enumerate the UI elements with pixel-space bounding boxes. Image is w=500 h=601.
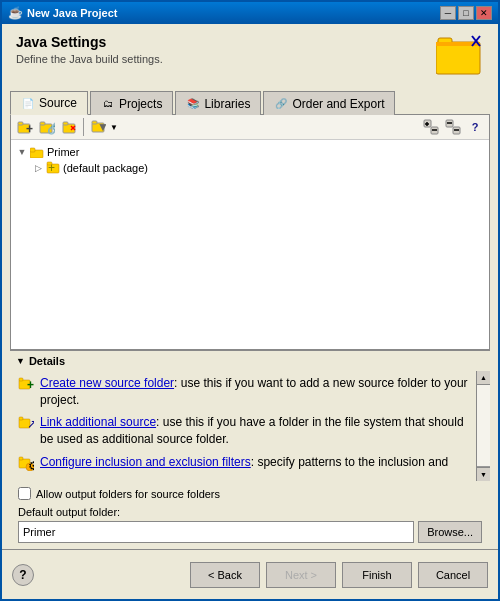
root-node-label: Primer xyxy=(47,146,79,158)
svg-rect-9 xyxy=(40,122,45,125)
details-content: + Create new source folder: use this if … xyxy=(10,371,490,481)
scroll-up-button[interactable]: ▲ xyxy=(477,371,490,385)
toolbar-separator xyxy=(83,118,84,136)
remove-icon xyxy=(61,119,77,135)
configure-filters-link[interactable]: Configure inclusion and exclusion filter… xyxy=(40,455,251,469)
tab-content: + 🔗 xyxy=(10,115,490,350)
libraries-tab-icon: 📚 xyxy=(186,97,200,111)
footer-buttons: < Back Next > Finish Cancel xyxy=(190,562,488,588)
page-title: Java Settings xyxy=(16,34,163,50)
checkbox-row: Allow output folders for source folders xyxy=(18,487,482,500)
maximize-button[interactable]: □ xyxy=(458,6,474,20)
output-folder-label: Default output folder: xyxy=(18,506,482,518)
folder-icon xyxy=(436,34,484,78)
svg-text:+: + xyxy=(26,122,33,135)
back-button[interactable]: < Back xyxy=(190,562,260,588)
scroll-down-button[interactable]: ▼ xyxy=(477,467,490,481)
footer-left: ? xyxy=(12,564,34,586)
source-tab-icon: 📄 xyxy=(21,96,35,110)
folder-node-icon xyxy=(30,145,44,159)
output-folder-input-row: Browse... xyxy=(18,521,482,543)
window: ☕ New Java Project ─ □ ✕ Java Settings D… xyxy=(0,0,500,601)
create-source-icon: + xyxy=(18,376,34,392)
svg-rect-6 xyxy=(18,122,23,125)
configure-button[interactable]: ▼ xyxy=(88,117,108,137)
svg-rect-28 xyxy=(30,148,35,152)
title-bar: ☕ New Java Project ─ □ ✕ xyxy=(2,2,498,24)
create-source-link[interactable]: Create new source folder xyxy=(40,376,174,390)
collapse-all-button[interactable] xyxy=(443,117,463,137)
svg-rect-12 xyxy=(63,122,68,125)
tree-area: ▼ Primer ▷ + xyxy=(11,140,489,349)
svg-text:↗: ↗ xyxy=(27,417,34,431)
svg-rect-36 xyxy=(19,417,23,420)
toolbar-dropdown-arrow[interactable]: ▼ xyxy=(110,123,118,132)
add-folder-icon: + xyxy=(17,119,33,135)
svg-rect-0 xyxy=(436,42,480,74)
link-source-icon: ↗ xyxy=(18,415,34,431)
next-button[interactable]: Next > xyxy=(266,562,336,588)
svg-rect-39 xyxy=(19,457,23,460)
details-item-link-source: ↗ Link additional source: use this if yo… xyxy=(18,414,472,448)
link-additional-source-link[interactable]: Link additional source xyxy=(40,415,156,429)
projects-tab-icon: 🗂 xyxy=(101,97,115,111)
close-button[interactable]: ✕ xyxy=(476,6,492,20)
details-item-create-source: + Create new source folder: use this if … xyxy=(18,375,472,409)
expand-root-icon[interactable]: ▼ xyxy=(17,147,27,157)
expand-pkg-icon[interactable]: ▷ xyxy=(33,163,43,173)
svg-text:+: + xyxy=(48,161,55,175)
tab-source[interactable]: 📄 Source xyxy=(10,91,88,115)
header-text: Java Settings Define the Java build sett… xyxy=(16,34,163,65)
expand-all-button[interactable] xyxy=(421,117,441,137)
remove-button[interactable] xyxy=(59,117,79,137)
tree-item-root[interactable]: ▼ Primer xyxy=(15,144,485,160)
svg-text:+: + xyxy=(27,378,34,392)
tree-item-default-pkg[interactable]: ▷ + (default package) xyxy=(31,160,485,176)
link-source-button[interactable]: 🔗 xyxy=(37,117,57,137)
finish-button[interactable]: Finish xyxy=(342,562,412,588)
svg-rect-33 xyxy=(19,378,23,381)
output-folder-row: Default output folder: Browse... xyxy=(18,506,482,543)
expand-all-icon xyxy=(423,119,439,135)
output-folder-input[interactable] xyxy=(18,521,414,543)
header-icon xyxy=(436,34,484,82)
toolbar: + 🔗 xyxy=(11,115,489,140)
svg-text:⚙: ⚙ xyxy=(28,459,34,471)
details-item-configure-filters: ⚙ Configure inclusion and exclusion filt… xyxy=(18,454,472,471)
details-item-configure-text: Configure inclusion and exclusion filter… xyxy=(40,454,472,471)
package-node-icon: + xyxy=(46,161,60,175)
default-pkg-label: (default package) xyxy=(63,162,148,174)
window-icon: ☕ xyxy=(8,6,22,20)
cancel-button[interactable]: Cancel xyxy=(418,562,488,588)
configure-icon: ▼ xyxy=(90,119,106,135)
configure-filters-icon: ⚙ xyxy=(18,455,34,471)
details-section: ▼ Details + Create new source folder: us… xyxy=(10,350,490,481)
svg-text:🔗: 🔗 xyxy=(47,120,55,135)
details-scrollbar: ▲ ▼ xyxy=(476,371,490,481)
tab-libraries[interactable]: 📚 Libraries xyxy=(175,91,261,115)
tab-projects[interactable]: 🗂 Projects xyxy=(90,91,173,115)
add-source-folder-button[interactable]: + xyxy=(15,117,35,137)
title-bar-buttons: ─ □ ✕ xyxy=(440,6,492,20)
details-item-link-source-text: Link additional source: use this if you … xyxy=(40,414,472,448)
svg-text:▼: ▼ xyxy=(97,120,106,134)
footer: ? < Back Next > Finish Cancel xyxy=(2,549,498,599)
toolbar-help-button[interactable]: ? xyxy=(465,117,485,137)
browse-button[interactable]: Browse... xyxy=(418,521,482,543)
header-area: Java Settings Define the Java build sett… xyxy=(2,24,498,90)
details-arrow-icon: ▼ xyxy=(16,356,25,366)
allow-output-label: Allow output folders for source folders xyxy=(36,488,220,500)
content-area: 📄 Source 🗂 Projects 📚 Libraries 🔗 Order … xyxy=(2,90,498,549)
tabs: 📄 Source 🗂 Projects 📚 Libraries 🔗 Order … xyxy=(10,90,490,115)
details-label: Details xyxy=(29,355,65,367)
details-item-create-source-text: Create new source folder: use this if yo… xyxy=(40,375,472,409)
window-title: New Java Project xyxy=(27,7,118,19)
tab-order-export[interactable]: 🔗 Order and Export xyxy=(263,91,395,115)
details-header[interactable]: ▼ Details xyxy=(10,351,490,371)
allow-output-checkbox[interactable] xyxy=(18,487,31,500)
help-button[interactable]: ? xyxy=(12,564,34,586)
output-section: Allow output folders for source folders … xyxy=(10,481,490,549)
minimize-button[interactable]: ─ xyxy=(440,6,456,20)
collapse-all-icon xyxy=(445,119,461,135)
scroll-track xyxy=(477,385,490,467)
